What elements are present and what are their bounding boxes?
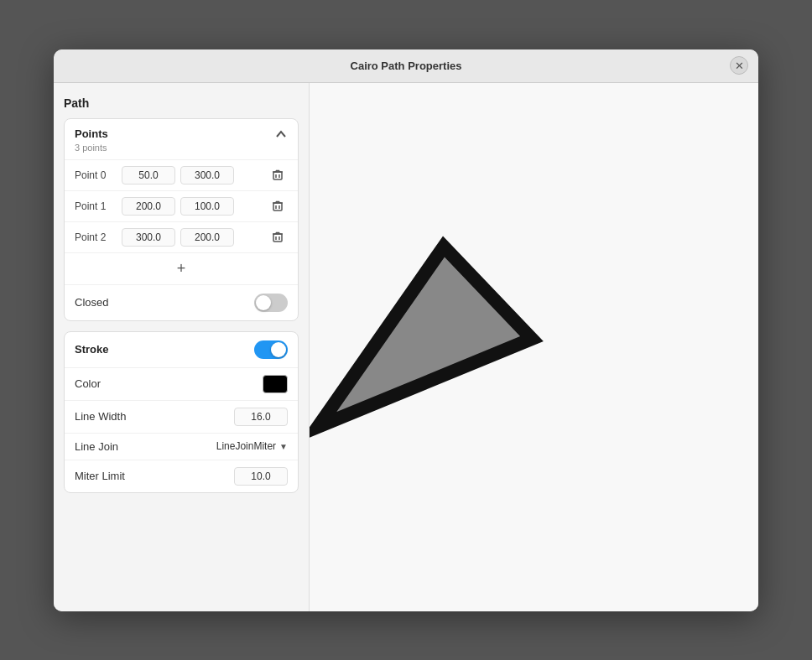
line-join-select[interactable]: LineJoinMiter ▼ bbox=[216, 440, 288, 452]
point-row-1: Point 1 bbox=[65, 190, 298, 221]
line-join-row: Line Join LineJoinMiter ▼ bbox=[65, 433, 298, 460]
points-card-header: Points bbox=[65, 119, 298, 143]
point-1-x-input[interactable] bbox=[122, 197, 175, 216]
shape-svg bbox=[310, 83, 758, 611]
add-point-row[interactable]: + bbox=[65, 252, 298, 284]
dialog: Cairo Path Properties ✕ Path Points 3 po… bbox=[54, 49, 758, 611]
right-panel bbox=[310, 83, 758, 611]
points-count: 3 points bbox=[65, 143, 298, 159]
stroke-toggle-knob bbox=[271, 342, 286, 357]
point-row-0: Point 0 bbox=[65, 159, 298, 190]
color-swatch[interactable] bbox=[263, 375, 288, 393]
close-button[interactable]: ✕ bbox=[730, 56, 748, 75]
closed-label: Closed bbox=[75, 296, 108, 309]
stroke-title: Stroke bbox=[75, 343, 108, 356]
svg-rect-0 bbox=[273, 172, 282, 179]
point-1-label: Point 1 bbox=[75, 200, 117, 212]
line-join-label: Line Join bbox=[75, 440, 118, 453]
shape-polygon bbox=[318, 247, 532, 427]
point-0-y-input[interactable] bbox=[180, 166, 234, 184]
dialog-title: Cairo Path Properties bbox=[351, 60, 462, 72]
svg-rect-7 bbox=[273, 203, 282, 210]
line-width-row: Line Width bbox=[65, 400, 298, 433]
delete-point-0-button[interactable] bbox=[268, 165, 288, 185]
point-1-y-input[interactable] bbox=[180, 197, 234, 216]
delete-point-2-button[interactable] bbox=[268, 227, 288, 247]
points-card: Points 3 points Point 0 bbox=[64, 118, 299, 321]
chevron-up-icon[interactable] bbox=[274, 127, 288, 141]
svg-rect-14 bbox=[273, 234, 282, 242]
chevron-down-icon: ▼ bbox=[279, 442, 288, 451]
point-2-label: Point 2 bbox=[75, 231, 117, 243]
dialog-body: Path Points 3 points Point 0 bbox=[54, 83, 758, 611]
path-section-title: Path bbox=[64, 96, 299, 110]
miter-limit-label: Miter Limit bbox=[75, 470, 125, 482]
point-0-x-input[interactable] bbox=[122, 166, 175, 184]
add-icon: + bbox=[177, 260, 186, 278]
miter-limit-input[interactable] bbox=[234, 467, 288, 486]
stroke-header: Stroke bbox=[65, 332, 298, 367]
miter-limit-row: Miter Limit bbox=[65, 460, 298, 492]
closed-toggle[interactable] bbox=[254, 294, 288, 312]
point-row-2: Point 2 bbox=[65, 221, 298, 252]
stroke-toggle[interactable] bbox=[254, 340, 288, 359]
point-2-x-input[interactable] bbox=[122, 228, 175, 247]
closed-toggle-knob bbox=[256, 295, 271, 310]
delete-point-1-button[interactable] bbox=[268, 196, 288, 216]
line-join-value: LineJoinMiter bbox=[216, 440, 276, 452]
line-width-input[interactable] bbox=[234, 408, 288, 426]
point-0-label: Point 0 bbox=[75, 169, 117, 181]
titlebar: Cairo Path Properties ✕ bbox=[54, 49, 758, 83]
point-2-y-input[interactable] bbox=[180, 228, 234, 247]
color-label: Color bbox=[75, 377, 101, 390]
line-width-label: Line Width bbox=[75, 410, 126, 423]
canvas-area bbox=[310, 83, 758, 611]
points-header-title: Points bbox=[75, 127, 108, 140]
color-row: Color bbox=[65, 367, 298, 400]
stroke-card: Stroke Color Line Width Line Join bbox=[64, 331, 299, 493]
closed-toggle-row: Closed bbox=[65, 284, 298, 320]
left-panel: Path Points 3 points Point 0 bbox=[54, 83, 310, 611]
